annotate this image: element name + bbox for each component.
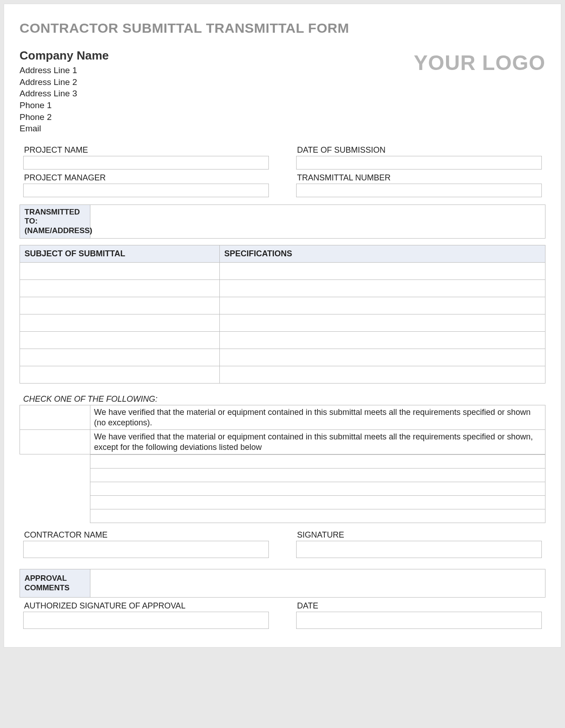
deviation-cell[interactable] — [90, 469, 545, 482]
project-name-input[interactable] — [23, 156, 269, 170]
deviation-indent — [20, 482, 90, 496]
deviation-indent — [20, 496, 90, 509]
phone-2: Phone 2 — [20, 111, 109, 123]
check-option-2-box[interactable] — [20, 430, 90, 454]
phone-1: Phone 1 — [20, 100, 109, 111]
date-input[interactable] — [296, 612, 542, 629]
form-page: CONTRACTOR SUBMITTAL TRANSMITTAL FORM Co… — [4, 4, 561, 648]
address-line-3: Address Line 3 — [20, 88, 109, 100]
specifications-cell[interactable] — [219, 280, 545, 297]
authorized-signature-label: AUTHORIZED SIGNATURE OF APPROVAL — [23, 601, 269, 611]
contractor-name-label: CONTRACTOR NAME — [23, 530, 269, 540]
check-table: We have verified that the material or eq… — [20, 405, 545, 454]
transmitted-to-row: TRANSMITTED TO: (NAME/ADDRESS) — [20, 204, 545, 239]
form-title: CONTRACTOR SUBMITTAL TRANSMITTAL FORM — [20, 20, 545, 36]
address-line-1: Address Line 1 — [20, 65, 109, 76]
deviation-indent — [20, 509, 90, 523]
check-option-2-text: We have verified that the material or eq… — [90, 430, 545, 454]
project-manager-label: PROJECT MANAGER — [23, 173, 269, 183]
transmittal-number-input[interactable] — [296, 184, 542, 197]
subject-cell[interactable] — [20, 280, 220, 297]
signature-input[interactable] — [296, 541, 542, 558]
specifications-cell[interactable] — [219, 263, 545, 280]
subject-cell[interactable] — [20, 332, 220, 349]
transmitted-to-label: TRANSMITTED TO: (NAME/ADDRESS) — [20, 205, 90, 238]
company-block: Company Name Address Line 1 Address Line… — [20, 48, 109, 135]
company-name: Company Name — [20, 48, 109, 64]
authorized-signature-input[interactable] — [23, 612, 269, 629]
specifications-cell[interactable] — [219, 297, 545, 314]
email: Email — [20, 123, 109, 135]
subject-cell[interactable] — [20, 349, 220, 366]
project-name-label: PROJECT NAME — [23, 145, 269, 155]
check-option-1-text: We have verified that the material or eq… — [90, 405, 545, 430]
subject-cell[interactable] — [20, 297, 220, 314]
date-label: DATE — [296, 601, 542, 611]
specifications-col-header: SPECIFICATIONS — [219, 245, 545, 263]
deviation-indent — [20, 469, 90, 482]
specifications-cell[interactable] — [219, 366, 545, 384]
address-line-2: Address Line 2 — [20, 76, 109, 88]
logo-placeholder: YOUR LOGO — [414, 48, 545, 75]
deviation-cell[interactable] — [90, 496, 545, 509]
signature-label: SIGNATURE — [296, 530, 542, 540]
deviation-cell[interactable] — [90, 455, 545, 469]
contractor-name-input[interactable] — [23, 541, 269, 558]
date-of-submission-label: DATE OF SUBMISSION — [296, 145, 542, 155]
specifications-cell[interactable] — [219, 349, 545, 366]
approval-comments-label: APPROVAL COMMENTS — [20, 569, 90, 597]
deviation-cell[interactable] — [90, 509, 545, 523]
approval-field-grid: AUTHORIZED SIGNATURE OF APPROVAL DATE — [20, 601, 545, 629]
deviation-indent — [20, 455, 90, 469]
deviation-cell[interactable] — [90, 482, 545, 496]
approval-comments-value[interactable] — [90, 569, 545, 597]
deviations-table — [20, 454, 545, 523]
approval-comments-row: APPROVAL COMMENTS — [20, 569, 545, 598]
date-of-submission-input[interactable] — [296, 156, 542, 170]
transmittal-number-label: TRANSMITTAL NUMBER — [296, 173, 542, 183]
subject-col-header: SUBJECT OF SUBMITTAL — [20, 245, 220, 263]
top-field-grid: PROJECT NAME DATE OF SUBMISSION PROJECT … — [20, 145, 545, 197]
specifications-cell[interactable] — [219, 332, 545, 349]
contractor-field-grid: CONTRACTOR NAME SIGNATURE — [20, 530, 545, 558]
subject-cell[interactable] — [20, 314, 220, 332]
specifications-cell[interactable] — [219, 314, 545, 332]
subject-table: SUBJECT OF SUBMITTAL SPECIFICATIONS — [20, 245, 545, 384]
check-heading: CHECK ONE OF THE FOLLOWING: — [23, 394, 545, 404]
check-option-1-box[interactable] — [20, 405, 90, 430]
subject-cell[interactable] — [20, 366, 220, 384]
header-row: Company Name Address Line 1 Address Line… — [20, 48, 545, 135]
project-manager-input[interactable] — [23, 184, 269, 197]
transmitted-to-value[interactable] — [90, 205, 545, 238]
subject-cell[interactable] — [20, 263, 220, 280]
